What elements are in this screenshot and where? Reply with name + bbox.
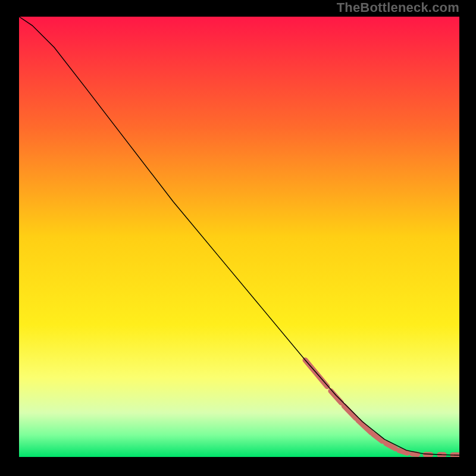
chart-svg: [19, 17, 459, 457]
overlay-segment: [412, 454, 418, 455]
chart-background: [19, 17, 459, 457]
overlay-segment: [399, 450, 408, 453]
attribution-label: TheBottleneck.com: [337, 0, 459, 15]
chart-frame: TheBottleneck.com: [0, 0, 476, 476]
plot-area: [19, 17, 459, 457]
